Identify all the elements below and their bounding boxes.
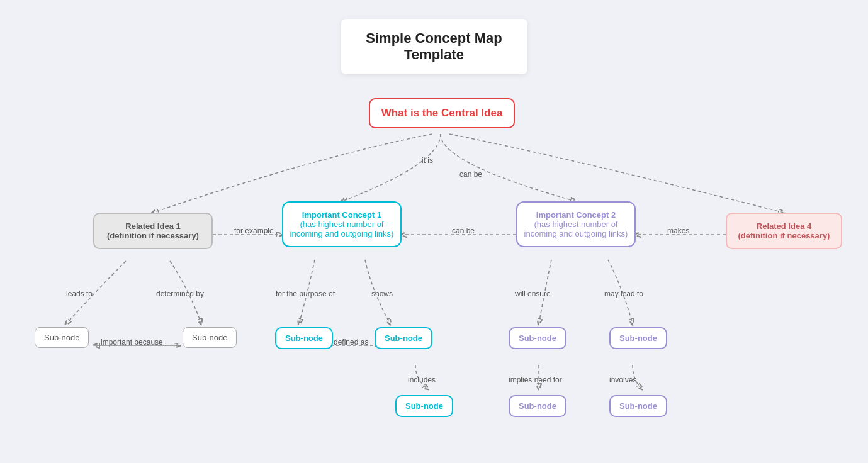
- subnode-1[interactable]: Sub-node: [35, 327, 89, 348]
- subnode-9[interactable]: Sub-node: [609, 395, 667, 417]
- subnode-4[interactable]: Sub-node: [375, 327, 432, 349]
- link-determined-by: determined by: [156, 289, 204, 298]
- link-involves: involves: [609, 376, 636, 384]
- related1-label: Related Idea 1(definition if necessary): [107, 221, 199, 240]
- related4-label: Related Idea 4(definition if necessary): [738, 221, 830, 240]
- central-idea-box[interactable]: What is the Central Idea: [369, 98, 515, 128]
- concept2-box[interactable]: Important Concept 2(has highest number o…: [516, 201, 636, 247]
- link-can-be-2: can be: [452, 226, 475, 235]
- related4-box[interactable]: Related Idea 4(definition if necessary): [726, 213, 842, 249]
- concept1-box[interactable]: Important Concept 1(has highest number o…: [282, 201, 402, 247]
- concept1-label: Important Concept 1(has highest number o…: [290, 210, 394, 238]
- link-makes: makes: [667, 226, 689, 235]
- title-box: Simple Concept Map Template: [341, 19, 527, 74]
- concept2-label: Important Concept 2(has highest number o…: [524, 210, 628, 238]
- link-shows: shows: [371, 289, 393, 298]
- link-important-because: important because: [101, 338, 163, 347]
- title-line2: Template: [404, 47, 464, 62]
- link-defined-as: defined as: [334, 338, 368, 347]
- related1-box[interactable]: Related Idea 1(definition if necessary): [93, 213, 213, 249]
- link-implies-need-for: implies need for: [509, 376, 562, 384]
- link-includes: includes: [408, 376, 436, 384]
- subnode-3[interactable]: Sub-node: [275, 327, 333, 349]
- link-for-example: for example: [234, 226, 274, 235]
- link-may-lead-to: may lead to: [604, 289, 643, 298]
- link-it-is: it is: [422, 156, 433, 165]
- link-can-be: can be: [459, 170, 482, 179]
- subnode-5[interactable]: Sub-node: [395, 395, 453, 417]
- subnode-6[interactable]: Sub-node: [509, 327, 566, 349]
- central-idea-label: What is the Central Idea: [381, 107, 503, 119]
- link-leads-to: leads to: [66, 289, 93, 298]
- subnode-7[interactable]: Sub-node: [609, 327, 667, 349]
- subnode-8[interactable]: Sub-node: [509, 395, 566, 417]
- subnode-2[interactable]: Sub-node: [183, 327, 237, 348]
- link-will-ensure: will ensure: [515, 289, 551, 298]
- title-line1: Simple Concept Map: [366, 30, 502, 46]
- link-for-purpose: for the purpose of: [276, 289, 335, 298]
